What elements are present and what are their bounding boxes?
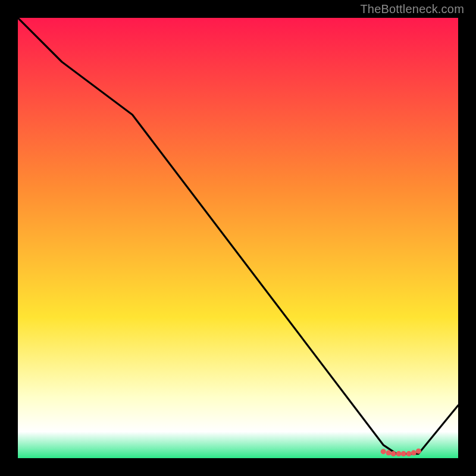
credit-text: TheBottleneck.com <box>360 2 464 16</box>
marker-point <box>401 451 406 456</box>
marker-point <box>396 451 402 456</box>
marker-point <box>391 451 396 456</box>
marker-point <box>381 449 386 454</box>
gradient-background <box>18 18 458 458</box>
marker-point <box>416 449 421 454</box>
marker-point <box>386 450 392 456</box>
chart-container: { "credit": "TheBottleneck.com", "colors… <box>0 0 476 476</box>
marker-point <box>411 450 416 456</box>
marker-point <box>406 451 412 456</box>
bottleneck-chart <box>18 18 458 458</box>
